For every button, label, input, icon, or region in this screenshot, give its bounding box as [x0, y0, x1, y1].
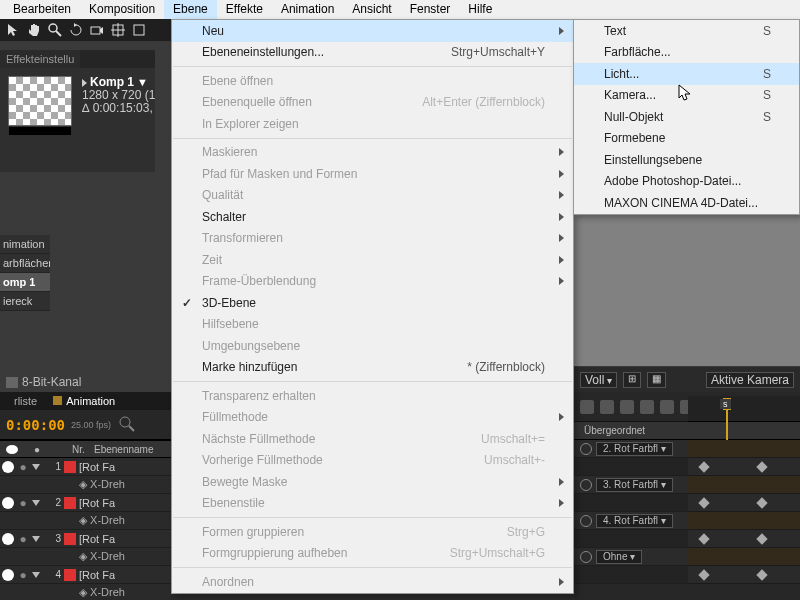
menu-komposition[interactable]: Komposition: [80, 0, 164, 19]
toggle-2[interactable]: ▦: [647, 372, 666, 388]
tool-rotate[interactable]: [69, 23, 83, 37]
toggle-1[interactable]: ⊞: [623, 372, 641, 388]
keyframe-diamond[interactable]: [756, 569, 767, 580]
menu-fenster[interactable]: Fenster: [401, 0, 460, 19]
menu-item: Füllmethode: [172, 407, 573, 429]
menu-item: Zeit: [172, 249, 573, 271]
color-swatch[interactable]: [64, 533, 76, 545]
menubar[interactable]: BearbeitenKompositionEbeneEffekteAnimati…: [0, 0, 800, 19]
menu-item: Formgruppierung aufhebenStrg+Umschalt+G: [172, 543, 573, 565]
menu-item: Anordnen: [172, 571, 573, 593]
bin-item[interactable]: omp 1: [0, 273, 50, 292]
submenu-item[interactable]: TextS: [574, 20, 799, 42]
bin-item[interactable]: nimation: [0, 235, 50, 254]
twirl-icon[interactable]: [32, 536, 40, 542]
timecode[interactable]: 0:00:00: [6, 417, 65, 433]
submenu-item[interactable]: MAXON CINEMA 4D-Datei...: [574, 192, 799, 214]
color-swatch[interactable]: [64, 461, 76, 473]
zoom-dropdown[interactable]: Voll ▾: [580, 372, 617, 388]
tool-hand[interactable]: [27, 23, 41, 37]
submenu-item[interactable]: Null-ObjektS: [574, 106, 799, 128]
menu-item: Bewegte Maske: [172, 471, 573, 493]
menu-item[interactable]: Schalter: [172, 206, 573, 228]
menu-item: Nächste FüllmethodeUmschalt+=: [172, 428, 573, 450]
menu-item[interactable]: Marke hinzufügen* (Ziffernblock): [172, 357, 573, 379]
comp-thumbnail[interactable]: [8, 76, 72, 126]
parent-dropdown[interactable]: 4. Rot Farbfl ▾: [596, 514, 673, 528]
bit-depth[interactable]: 8-Bit-Kanal: [6, 375, 81, 389]
menu-ansicht[interactable]: Ansicht: [343, 0, 400, 19]
submenu-arrow-icon: [559, 277, 564, 285]
search-icon[interactable]: [117, 414, 139, 436]
menu-item: Frame-Überblendung: [172, 271, 573, 293]
composition-viewport[interactable]: [574, 214, 800, 366]
bin-item[interactable]: arbflächen: [0, 254, 50, 273]
submenu-item[interactable]: Licht...S: [574, 63, 799, 85]
submenu-item[interactable]: Formebene: [574, 128, 799, 150]
color-swatch[interactable]: [64, 497, 76, 509]
visibility-toggle[interactable]: [2, 461, 14, 473]
tl-tool-1[interactable]: [580, 400, 594, 414]
twirl-icon[interactable]: [32, 572, 40, 578]
effects-tab[interactable]: Effekteinstellu: [0, 50, 80, 68]
menu-effekte[interactable]: Effekte: [217, 0, 272, 19]
parent-dropdown[interactable]: 2. Rot Farbfl ▾: [596, 442, 673, 456]
tl-tool-5[interactable]: [660, 400, 674, 414]
svg-rect-6: [134, 25, 144, 35]
tool-zoom[interactable]: [48, 23, 62, 37]
visibility-toggle[interactable]: [2, 497, 14, 509]
menu-item[interactable]: Neu: [172, 20, 573, 42]
keyframe-diamond[interactable]: [756, 461, 767, 472]
tool-anchor[interactable]: [111, 23, 125, 37]
tool-selection[interactable]: [6, 23, 20, 37]
project-bin[interactable]: nimationarbflächenomp 1iereck: [0, 235, 50, 311]
keyframe-diamond[interactable]: [756, 533, 767, 544]
keyframe-diamond[interactable]: [698, 569, 709, 580]
menu-ebene[interactable]: Ebene: [164, 0, 217, 19]
menu-hilfe[interactable]: Hilfe: [459, 0, 501, 19]
menu-animation[interactable]: Animation: [272, 0, 343, 19]
timeline-tab[interactable]: Animation: [45, 392, 123, 410]
pickwhip-icon[interactable]: [580, 443, 592, 455]
bin-item[interactable]: iereck: [0, 292, 50, 311]
neu-submenu[interactable]: TextSFarbfläche...Licht...SKamera...SNul…: [573, 19, 800, 215]
keyframe-diamond[interactable]: [698, 461, 709, 472]
tool-shape[interactable]: [132, 23, 146, 37]
submenu-item[interactable]: Kamera...S: [574, 85, 799, 107]
ebene-menu[interactable]: NeuEbeneneinstellungen...Strg+Umschalt+Y…: [171, 19, 574, 594]
color-swatch[interactable]: [64, 569, 76, 581]
visibility-toggle[interactable]: [2, 533, 14, 545]
timeline-tab[interactable]: rliste: [6, 392, 45, 410]
parent-dropdown[interactable]: Ohne ▾: [596, 550, 642, 564]
menu-item[interactable]: Ebeneneinstellungen...Strg+Umschalt+Y: [172, 42, 573, 64]
twirl-icon[interactable]: [32, 464, 40, 470]
keyframe-diamond[interactable]: [698, 497, 709, 508]
camera-dropdown[interactable]: Aktive Kamera: [706, 372, 794, 388]
submenu-item[interactable]: Adobe Photoshop-Datei...: [574, 171, 799, 193]
submenu-arrow-icon: [559, 213, 564, 221]
keyframe-area[interactable]: [688, 440, 800, 560]
submenu-arrow-icon: [559, 413, 564, 421]
pickwhip-icon[interactable]: [580, 551, 592, 563]
twirl-icon[interactable]: [32, 500, 40, 506]
tl-tool-4[interactable]: [640, 400, 654, 414]
submenu-item[interactable]: Einstellungsebene: [574, 149, 799, 171]
submenu-arrow-icon: [559, 27, 564, 35]
menu-item[interactable]: ✓3D-Ebene: [172, 292, 573, 314]
menu-item: Hilfsebene: [172, 314, 573, 336]
pickwhip-icon[interactable]: [580, 479, 592, 491]
submenu-item[interactable]: Farbfläche...: [574, 42, 799, 64]
time-ruler[interactable]: s: [688, 396, 800, 422]
visibility-toggle[interactable]: [2, 569, 14, 581]
keyframe-diamond[interactable]: [756, 497, 767, 508]
parent-dropdown[interactable]: 3. Rot Farbfl ▾: [596, 478, 673, 492]
submenu-arrow-icon: [559, 170, 564, 178]
keyframe-diamond[interactable]: [698, 533, 709, 544]
menu-bearbeiten[interactable]: Bearbeiten: [4, 0, 80, 19]
tl-tool-2[interactable]: [600, 400, 614, 414]
tl-tool-3[interactable]: [620, 400, 634, 414]
menu-item: Ebenenquelle öffnenAlt+Enter (Ziffernblo…: [172, 92, 573, 114]
menu-item: Ebene öffnen: [172, 70, 573, 92]
pickwhip-icon[interactable]: [580, 515, 592, 527]
tool-camera[interactable]: [90, 23, 104, 37]
